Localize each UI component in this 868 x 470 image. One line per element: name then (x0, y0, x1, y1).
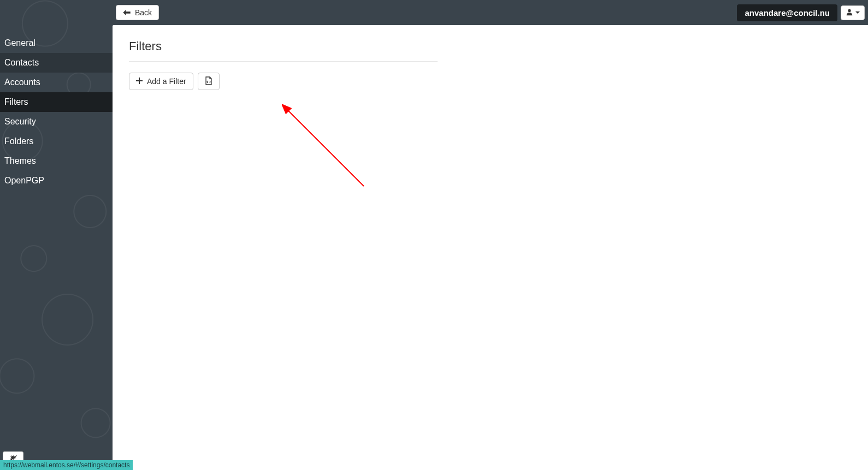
add-filter-button[interactable]: Add a Filter (129, 73, 193, 90)
sidebar-item-folders[interactable]: Folders (0, 132, 113, 151)
back-button[interactable]: Back (116, 5, 159, 20)
status-bar-url: https://webmail.entos.se/#/settings/cont… (3, 461, 129, 469)
sidebar-item-security[interactable]: Security (0, 112, 113, 132)
plus-icon (136, 77, 143, 86)
sidebar-item-label: Contacts (4, 58, 39, 67)
svg-point-3 (848, 9, 851, 11)
file-code-icon (204, 76, 213, 87)
divider (129, 61, 438, 62)
main-area: Back anvandare@concil.nu Filters Add a F… (113, 0, 868, 470)
sidebar-item-filters[interactable]: Filters (0, 92, 113, 112)
person-icon (846, 8, 853, 17)
sidebar-item-label: OpenPGP (4, 176, 44, 185)
sidebar-item-themes[interactable]: Themes (0, 151, 113, 171)
back-label: Back (135, 8, 152, 17)
svg-line-7 (287, 110, 364, 186)
sidebar-item-accounts[interactable]: Accounts (0, 73, 113, 92)
status-bar-link: https://webmail.entos.se/#/settings/cont… (0, 460, 133, 470)
page-title: Filters (129, 39, 852, 53)
user-menu-button[interactable] (841, 5, 865, 20)
sidebar-nav: General Contacts Accounts Filters Securi… (0, 0, 113, 191)
filters-toolbar: Add a Filter (129, 73, 852, 90)
sidebar-item-label: Filters (4, 97, 28, 106)
add-filter-label: Add a Filter (147, 77, 186, 86)
caret-down-icon (855, 11, 860, 14)
user-email-text: anvandare@concil.nu (745, 8, 830, 17)
svg-rect-5 (136, 80, 143, 81)
sidebar-item-contacts[interactable]: Contacts (0, 53, 113, 73)
topbar-right: anvandare@concil.nu (737, 4, 865, 21)
sidebar-item-label: Accounts (4, 78, 40, 87)
sidebar-item-label: Themes (4, 156, 36, 165)
user-email-pill[interactable]: anvandare@concil.nu (737, 4, 837, 21)
sidebar-item-label: Security (4, 117, 36, 126)
sidebar-item-general[interactable]: General (0, 33, 113, 53)
sidebar-item-label: Folders (4, 136, 33, 146)
sidebar-item-openpgp[interactable]: OpenPGP (0, 171, 113, 191)
svg-marker-2 (123, 10, 130, 15)
svg-marker-1 (14, 455, 17, 457)
annotation-arrow (282, 104, 375, 192)
content-panel: Filters Add a Filter (113, 25, 868, 470)
topbar: Back anvandare@concil.nu (113, 0, 868, 25)
arrow-left-icon (123, 8, 131, 17)
sidebar-item-label: General (4, 38, 36, 47)
sidebar: General Contacts Accounts Filters Securi… (0, 0, 113, 470)
raw-script-button[interactable] (198, 73, 220, 90)
